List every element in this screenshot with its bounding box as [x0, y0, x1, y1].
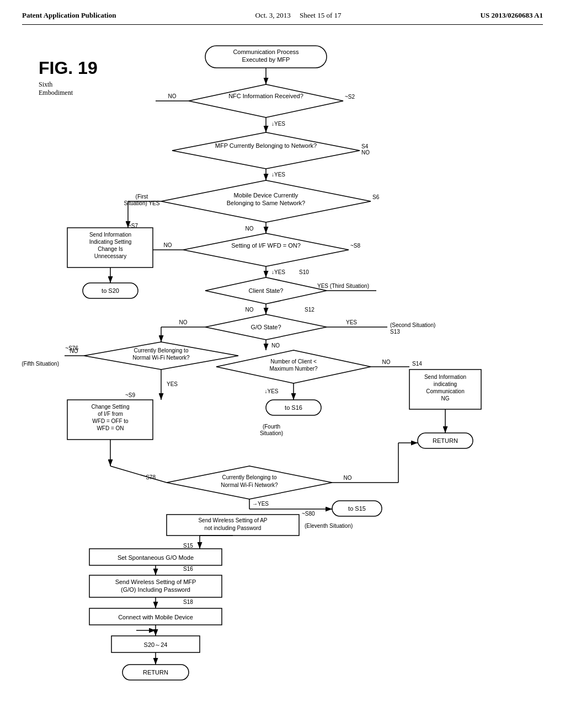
svg-text:~S8: ~S8 [350, 243, 361, 249]
svg-text:Currently Belonging to: Currently Belonging to [222, 474, 277, 480]
svg-text:YES: YES [167, 381, 178, 387]
svg-text:indicating: indicating [434, 381, 457, 387]
embodiment-label: SixthEmbodiment [39, 81, 98, 97]
svg-text:Set Spontaneous G/O Mode: Set Spontaneous G/O Mode [118, 554, 194, 561]
svg-text:WFD = OFF to: WFD = OFF to [92, 418, 129, 424]
svg-text:RETURN: RETURN [433, 437, 458, 444]
svg-text:Send Wireless Setting of AP: Send Wireless Setting of AP [198, 517, 267, 523]
svg-text:to S20: to S20 [102, 287, 119, 294]
header-date: Oct. 3, 2013 [255, 11, 291, 19]
header-sheet-info: Oct. 3, 2013 Sheet 15 of 17 [255, 11, 342, 20]
svg-text:Mobile Device Currently: Mobile Device Currently [234, 192, 299, 199]
svg-text:↓YES: ↓YES [271, 121, 285, 127]
svg-text:NO: NO [246, 226, 254, 232]
svg-text:Normal Wi-Fi Network?: Normal Wi-Fi Network? [221, 482, 278, 488]
svg-text:→YES: →YES [252, 501, 269, 507]
svg-text:S18: S18 [183, 599, 193, 605]
svg-text:(Second Situation): (Second Situation) [390, 322, 435, 328]
svg-text:not including Password: not including Password [205, 525, 262, 531]
svg-text:S10: S10 [299, 269, 309, 275]
svg-text:(Fourth: (Fourth [263, 424, 280, 430]
svg-text:S12: S12 [305, 307, 315, 313]
page: Patent Application Publication Oct. 3, 2… [0, 0, 565, 728]
svg-text:NG: NG [441, 395, 450, 402]
svg-text:Setting of I/F WFD = ON?: Setting of I/F WFD = ON? [231, 242, 301, 249]
svg-text:S78: S78 [146, 474, 156, 480]
svg-text:NO: NO [70, 348, 78, 354]
svg-text:S14: S14 [412, 361, 422, 367]
svg-text:~S7: ~S7 [128, 223, 138, 229]
svg-text:to S15: to S15 [348, 505, 366, 512]
svg-marker-13 [172, 132, 360, 169]
svg-text:S15: S15 [183, 543, 193, 549]
header-patent-number: US 2013/0260683 A1 [481, 11, 543, 20]
svg-text:↓YES: ↓YES [264, 388, 278, 394]
svg-text:S16: S16 [183, 566, 193, 572]
svg-text:NO: NO [246, 307, 254, 313]
svg-marker-38 [183, 233, 349, 266]
svg-text:(First: (First [136, 194, 148, 200]
svg-text:Send Wireless Setting of MFP: Send Wireless Setting of MFP [115, 579, 196, 585]
svg-text:Unnecessary: Unnecessary [94, 253, 126, 259]
svg-text:Send Information: Send Information [424, 374, 466, 380]
svg-text:Change Setting: Change Setting [92, 404, 130, 410]
svg-text:Send Information: Send Information [89, 232, 131, 238]
svg-text:Currently Belonging to: Currently Belonging to [134, 347, 189, 354]
svg-text:~S9: ~S9 [125, 392, 136, 398]
svg-text:S4: S4 [361, 143, 369, 149]
figure-number: FIG. 19 [39, 58, 98, 78]
svg-text:MFP Currently Belonging to Net: MFP Currently Belonging to Network? [215, 142, 317, 149]
svg-text:Communication Process: Communication Process [233, 49, 299, 55]
svg-text:Belonging to Same Network?: Belonging to Same Network? [227, 200, 305, 206]
svg-text:~S80: ~S80 [302, 511, 315, 517]
svg-text:YES (Third Situation): YES (Third Situation) [317, 283, 369, 289]
header-publication-label: Patent Application Publication [22, 11, 116, 20]
svg-text:NO: NO [179, 319, 188, 325]
svg-text:NO: NO [361, 149, 370, 156]
svg-text:RETURN: RETURN [143, 669, 168, 676]
svg-text:NO: NO [164, 242, 172, 248]
svg-text:YES: YES [346, 319, 357, 325]
svg-text:NO: NO [271, 342, 280, 349]
svg-text:Communication: Communication [426, 388, 464, 394]
svg-text:Number of Client <: Number of Client < [270, 358, 317, 365]
svg-text:of I/F from: of I/F from [98, 411, 123, 417]
svg-text:(Fifth Situation): (Fifth Situation) [22, 361, 59, 367]
svg-text:NO: NO [168, 93, 177, 99]
svg-text:Client State?: Client State? [249, 287, 284, 294]
svg-text:↓YES: ↓YES [271, 269, 285, 275]
svg-text:Executed by MFP: Executed by MFP [242, 56, 290, 63]
page-header: Patent Application Publication Oct. 3, 2… [22, 11, 543, 25]
flowchart-svg: Communication Process Executed by MFP NF… [22, 36, 543, 687]
figure-label: FIG. 19 SixthEmbodiment [39, 58, 98, 97]
svg-text:Situation) YES: Situation) YES [124, 200, 160, 206]
svg-text:WFD = ON: WFD = ON [97, 425, 124, 431]
svg-text:G/O State?: G/O State? [250, 324, 281, 330]
svg-text:↓YES: ↓YES [271, 172, 285, 178]
svg-text:(Eleventh Situation): (Eleventh Situation) [305, 523, 353, 529]
svg-text:Situation): Situation) [260, 430, 283, 436]
diagram-area: FIG. 19 SixthEmbodiment Communication Pr… [22, 36, 543, 687]
svg-text:(G/O) Including Password: (G/O) Including Password [121, 586, 190, 593]
svg-text:Normal Wi-Fi Network?: Normal Wi-Fi Network? [132, 355, 190, 361]
svg-text:~S2: ~S2 [345, 94, 355, 100]
svg-text:NFC Information Received?: NFC Information Received? [228, 93, 303, 99]
svg-text:S13: S13 [390, 329, 400, 335]
svg-text:Indicating Setting: Indicating Setting [89, 239, 132, 245]
svg-text:Connect with Mobile Device: Connect with Mobile Device [118, 614, 193, 620]
svg-text:NO: NO [382, 359, 391, 365]
svg-text:to S16: to S16 [285, 404, 302, 411]
svg-text:NO: NO [344, 475, 352, 481]
svg-text:Maximum Number?: Maximum Number? [269, 366, 318, 372]
svg-text:Change Is: Change Is [98, 246, 123, 252]
svg-text:S6: S6 [372, 194, 380, 200]
header-sheet: Sheet 15 of 17 [300, 11, 341, 19]
svg-line-111 [110, 466, 167, 483]
svg-marker-6 [189, 84, 343, 117]
svg-text:S20～24: S20～24 [144, 641, 168, 648]
